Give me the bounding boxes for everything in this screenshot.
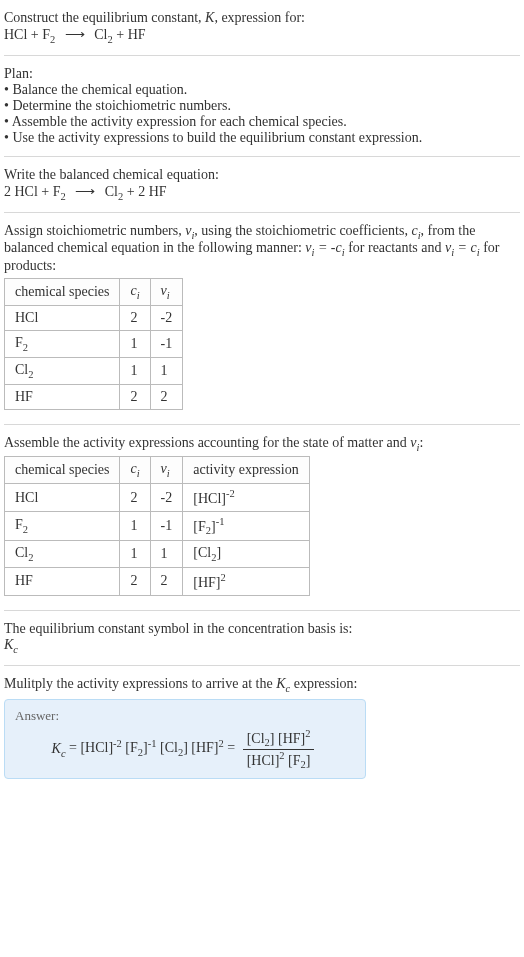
multiply-section: Mulitply the activity expressions to arr… [4, 670, 520, 786]
sub: 2 [61, 191, 66, 202]
table-row: HCl 2 -2 [HCl]-2 [5, 484, 310, 512]
cell-activity: [HCl]-2 [183, 484, 309, 512]
sub: 2 [28, 369, 33, 380]
col-species: chemical species [5, 279, 120, 306]
cell-species: F2 [5, 330, 120, 357]
kc-symbol: Kc [276, 676, 290, 691]
plan-section: Plan: • Balance the chemical equation. •… [4, 60, 520, 152]
table-header-row: chemical species ci νi [5, 279, 183, 306]
plan-bullet: • Balance the chemical equation. [4, 82, 520, 98]
cell-species: HF [5, 568, 120, 596]
text: Cl [15, 545, 28, 560]
table-row: HF 2 2 [HF]2 [5, 568, 310, 596]
unbalanced-equation: HCl + F2 ⟶ Cl2 + HF [4, 26, 520, 45]
formula: νi = ci [445, 240, 480, 255]
vi-symbol: νi [185, 223, 194, 238]
activity-table: chemical species ci νi activity expressi… [4, 456, 310, 595]
sub: 2 [211, 552, 216, 563]
arrow-icon: ⟶ [65, 26, 85, 43]
symbol-text: The equilibrium constant symbol in the c… [4, 621, 520, 637]
divider [4, 156, 520, 157]
balanced-heading: Write the balanced chemical equation: [4, 167, 520, 183]
cell-c: 1 [120, 330, 150, 357]
vi-symbol: νi [410, 435, 419, 450]
col-vi: νi [150, 457, 183, 484]
cell-activity: [F2]-1 [183, 511, 309, 540]
cell-v: 2 [150, 568, 183, 596]
assemble-section: Assemble the activity expressions accoun… [4, 429, 520, 606]
cell-v: 2 [150, 384, 183, 409]
text: Mulitply the activity expressions to arr… [4, 676, 276, 691]
divider [4, 665, 520, 666]
answer-box: Answer: Kc = [HCl]-2 [F2]-1 [Cl2] [HF]2 … [4, 699, 366, 779]
cell-v: 1 [150, 541, 183, 568]
text: [F [193, 518, 205, 533]
table-row: HCl 2 -2 [5, 305, 183, 330]
table-row: Cl2 1 1 [5, 357, 183, 384]
table-header-row: chemical species ci νi activity expressi… [5, 457, 310, 484]
text: , using the stoichiometric coefficients, [194, 223, 411, 238]
cell-species: HF [5, 384, 120, 409]
plan-bullet: • Determine the stoichiometric numbers. [4, 98, 520, 114]
cell-species: Cl2 [5, 357, 120, 384]
sup: 2 [221, 572, 226, 583]
cell-species: HCl [5, 305, 120, 330]
table-row: F2 1 -1 [F2]-1 [5, 511, 310, 540]
balanced-section: Write the balanced chemical equation: 2 … [4, 161, 520, 208]
cell-c: 2 [120, 305, 150, 330]
text: F [15, 517, 23, 532]
kc-symbol: Kc [52, 741, 66, 756]
cell-v: 1 [150, 357, 183, 384]
table-row: F2 1 -1 [5, 330, 183, 357]
table-row: Cl2 1 1 [Cl2] [5, 541, 310, 568]
kc-symbol: Kc [4, 637, 520, 655]
plan-heading: Plan: [4, 66, 520, 82]
symbol-section: The equilibrium constant symbol in the c… [4, 615, 520, 661]
multiply-text: Mulitply the activity expressions to arr… [4, 676, 520, 694]
sub: 2 [28, 552, 33, 563]
stoich-table: chemical species ci νi HCl 2 -2 F2 1 -1 … [4, 278, 183, 409]
cell-c: 1 [120, 541, 150, 568]
lhs: HCl + F [4, 27, 50, 42]
rhs-a: Cl [94, 27, 107, 42]
text: [HCl] [193, 491, 226, 506]
text: Cl [15, 362, 28, 377]
cell-v: -2 [150, 484, 183, 512]
assemble-text: Assemble the activity expressions accoun… [4, 435, 520, 453]
text: [Cl [193, 545, 211, 560]
cell-species: F2 [5, 511, 120, 540]
prompt-section: Construct the equilibrium constant, K, e… [4, 4, 520, 51]
rhs-a: Cl [105, 184, 118, 199]
sub: 2 [23, 524, 28, 535]
divider [4, 424, 520, 425]
sub: 2 [23, 342, 28, 353]
col-species: chemical species [5, 457, 120, 484]
cell-species: HCl [5, 484, 120, 512]
text: Assemble the activity expressions accoun… [4, 435, 410, 450]
text: Construct the equilibrium constant, [4, 10, 205, 25]
sub: 2 [50, 34, 55, 45]
divider [4, 212, 520, 213]
cell-c: 1 [120, 357, 150, 384]
cell-species: Cl2 [5, 541, 120, 568]
denominator: [HCl]2 [F2] [243, 750, 315, 770]
cell-activity: [Cl2] [183, 541, 309, 568]
sub: 2 [206, 525, 211, 536]
k-symbol: K [205, 10, 214, 25]
kc-expression: Kc = [HCl]-2 [F2]-1 [Cl2] [HF]2 = [Cl2] … [15, 728, 355, 770]
prompt-line1: Construct the equilibrium constant, K, e… [4, 10, 520, 26]
text: Assign stoichiometric numbers, [4, 223, 185, 238]
fraction: [Cl2] [HF]2 [HCl]2 [F2] [243, 728, 315, 770]
assign-section: Assign stoichiometric numbers, νi, using… [4, 217, 520, 420]
numerator: [Cl2] [HF]2 [243, 728, 315, 749]
col-ci: ci [120, 457, 150, 484]
plan-bullet: • Assemble the activity expression for e… [4, 114, 520, 130]
col-ci: ci [120, 279, 150, 306]
rhs-b: + 2 HF [123, 184, 166, 199]
assign-text: Assign stoichiometric numbers, νi, using… [4, 223, 520, 275]
answer-label: Answer: [15, 708, 355, 724]
divider [4, 610, 520, 611]
formula: νi = -ci [305, 240, 344, 255]
arrow-icon: ⟶ [75, 183, 95, 200]
cell-c: 2 [120, 568, 150, 596]
